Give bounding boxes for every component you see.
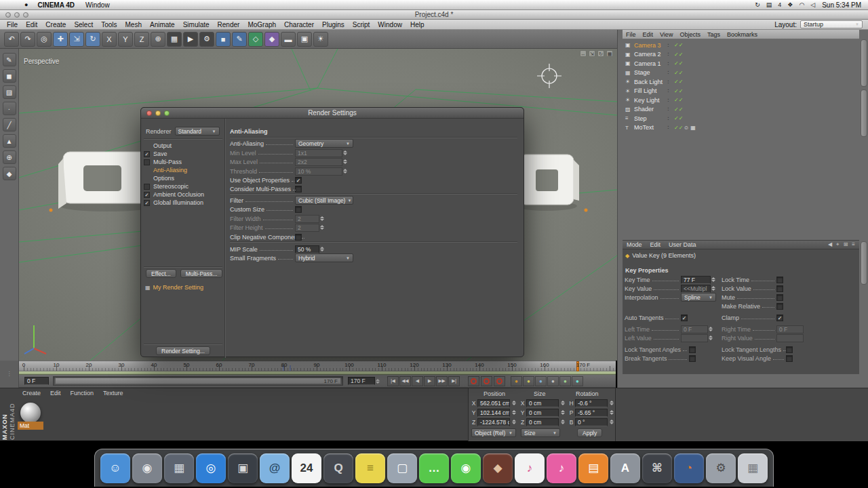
settings-icon[interactable]: ⚙ xyxy=(706,453,736,483)
object-enabled-check[interactable]: ✓✓ xyxy=(674,52,683,58)
keyframe-mark[interactable] xyxy=(290,365,291,371)
stepper-icon[interactable] xyxy=(319,245,325,253)
position-y-field[interactable]: 102.144 cm xyxy=(477,409,510,417)
render-setting-menu-button[interactable]: Render Setting... xyxy=(156,346,210,355)
photo-booth-icon[interactable]: ▣ xyxy=(228,453,258,483)
render-settings-nav-item[interactable]: ✓ Options xyxy=(144,174,222,182)
firefox-icon[interactable]: ◔ xyxy=(674,453,704,483)
object-name[interactable]: Step xyxy=(634,115,647,122)
dialog-titlebar[interactable]: Render Settings xyxy=(141,108,524,119)
key-value-field[interactable]: <<Multipl xyxy=(681,285,711,293)
polygons-mode-icon[interactable]: ▲ xyxy=(3,134,16,148)
object-enabled-check[interactable]: ✓✓ xyxy=(674,70,683,76)
auto-tangents-checkbox[interactable] xyxy=(681,314,688,321)
effect-button[interactable]: Effect... xyxy=(146,269,176,278)
appstore-icon[interactable]: A xyxy=(610,453,640,483)
live-selection-icon[interactable]: ◎ xyxy=(37,32,52,47)
material-thumbnail[interactable] xyxy=(20,403,41,423)
position-z-field[interactable]: -1224.578 cm xyxy=(477,418,510,426)
record-keyframe-button[interactable] xyxy=(468,376,479,386)
stepper-icon[interactable] xyxy=(560,399,566,407)
lock-tangent-angles-checkbox[interactable] xyxy=(689,346,696,353)
rotation-b-field[interactable]: 0 ° xyxy=(575,418,608,426)
scale-tool-icon[interactable]: ⇲ xyxy=(69,32,84,47)
add-floor-icon[interactable]: ▬ xyxy=(281,32,296,47)
object-enabled-check[interactable]: ✓✓ xyxy=(674,42,683,48)
material-menu-item[interactable]: Edit xyxy=(45,390,66,396)
stepper-icon[interactable] xyxy=(375,377,380,385)
clamp-checkbox[interactable] xyxy=(776,314,783,321)
lock-value-checkbox[interactable] xyxy=(776,285,783,292)
zoom-view-icon[interactable]: ⇲ xyxy=(589,50,595,57)
render-settings-nav-item[interactable]: ✓ Ambient Occlusion xyxy=(144,190,222,199)
start-frame-field[interactable]: 0 F xyxy=(24,377,49,385)
back-icon[interactable]: ◀ xyxy=(828,241,832,248)
add-cube-icon[interactable]: ■ xyxy=(216,32,231,47)
coordinate-system-icon[interactable]: ⊕ xyxy=(151,32,165,47)
object-enabled-check[interactable]: ✓✓ xyxy=(674,79,683,85)
render-setting-item[interactable]: ▦ My Render Setting xyxy=(145,284,203,291)
photos-app-icon[interactable]: ◆ xyxy=(483,453,513,483)
timeline-ruler[interactable]: 0102030405060708090100110120130140150160… xyxy=(19,361,616,371)
app-menu-item[interactable]: File xyxy=(3,21,22,28)
multi-pass-button[interactable]: Multi-Pass... xyxy=(180,269,223,278)
quicktime-icon[interactable]: Q xyxy=(323,453,353,483)
apple-menu-icon[interactable]: ● xyxy=(24,1,28,8)
object-enabled-check[interactable]: ✓✓ xyxy=(674,125,683,131)
renderer-dropdown[interactable]: Standard▼ xyxy=(175,127,220,136)
object-name[interactable]: Shader xyxy=(634,106,654,113)
previous-frame-button[interactable]: ◀ xyxy=(412,376,423,386)
object-row[interactable]: ☀ Fill Light ∶ ✓✓ xyxy=(623,87,859,96)
app-menu-item[interactable]: Help xyxy=(406,21,429,28)
render-settings-nav-item[interactable]: ✓ Anti-Aliasing xyxy=(144,166,222,174)
render-settings-nav-item[interactable]: ✓ Multi-Pass xyxy=(144,158,222,166)
mute-checkbox[interactable] xyxy=(776,294,783,301)
visibility-dots[interactable]: ∶ xyxy=(667,60,669,67)
snap-icon[interactable]: ◆ xyxy=(3,167,16,180)
visibility-dots[interactable]: ∶ xyxy=(667,79,669,85)
grid-icon[interactable]: ⊞ xyxy=(844,241,848,248)
small-fragments-dropdown[interactable]: Hybrid▼ xyxy=(295,253,353,262)
visibility-dots[interactable]: ∶ xyxy=(667,97,669,104)
render-settings-icon[interactable]: ⚙ xyxy=(199,32,214,47)
mission-control-icon[interactable]: ▦ xyxy=(164,453,194,483)
stepper-icon[interactable] xyxy=(609,409,614,417)
enable-checkbox[interactable]: ✓ xyxy=(144,151,150,157)
visibility-dots[interactable]: ∶ xyxy=(667,87,669,94)
stepper-icon[interactable] xyxy=(609,418,614,426)
object-manager-menu-item[interactable]: Bookmarks xyxy=(724,31,761,38)
object-row[interactable]: ▣ Camera 3 ∶ ✓✓ xyxy=(623,41,859,50)
make-relative-checkbox[interactable] xyxy=(776,303,783,310)
stepper-icon[interactable] xyxy=(511,418,517,426)
size-z-field[interactable]: 0 cm xyxy=(526,418,559,426)
rotation-h-field[interactable]: -0.6 ° xyxy=(575,399,608,407)
books-icon[interactable]: ▤ xyxy=(578,453,608,483)
move-tool-icon[interactable]: ✚ xyxy=(53,32,68,47)
itunes-icon[interactable]: ♪ xyxy=(515,453,545,483)
bluetooth-icon[interactable]: ❖ xyxy=(787,1,793,8)
facetime-icon[interactable]: ◉ xyxy=(451,453,481,483)
material-menu-item[interactable]: Create xyxy=(18,390,45,396)
coordinates-mode-dropdown[interactable]: Object (Rel)▼ xyxy=(471,428,516,437)
window-titlebar[interactable]: Project.c4d * xyxy=(0,10,868,20)
add-camera-icon[interactable]: ▣ xyxy=(297,32,312,47)
enable-checkbox[interactable]: ✓ xyxy=(144,184,150,190)
enable-checkbox[interactable]: ✓ xyxy=(144,192,150,198)
object-row[interactable]: T MoText ∶ ✓✓ ☺▦ xyxy=(623,123,859,133)
stepper-icon[interactable] xyxy=(511,409,517,417)
object-name[interactable]: Back Light xyxy=(634,79,663,85)
enable-checkbox[interactable]: ✓ xyxy=(144,200,150,206)
material-menu-item[interactable]: Texture xyxy=(98,390,128,396)
render-settings-dialog[interactable]: Render Settings Renderer Standard▼ ✓ Out… xyxy=(140,107,524,357)
app-menu-item[interactable]: Tools xyxy=(97,21,121,28)
break-tangents-checkbox[interactable] xyxy=(689,355,696,362)
object-manager-menu-item[interactable]: Tags xyxy=(704,31,724,38)
y-axis-lock-icon[interactable]: Y xyxy=(118,32,133,47)
material-name[interactable]: Mat xyxy=(18,422,43,430)
add-spline-icon[interactable]: ✎ xyxy=(232,32,247,47)
add-light-icon[interactable]: ☀ xyxy=(313,32,328,47)
render-view-icon[interactable]: ▦ xyxy=(167,32,182,47)
object-manager-menu-item[interactable]: Edit xyxy=(639,31,657,38)
scale-key-toggle[interactable]: ● xyxy=(523,376,534,386)
rotation-key-toggle[interactable]: ● xyxy=(535,376,547,386)
